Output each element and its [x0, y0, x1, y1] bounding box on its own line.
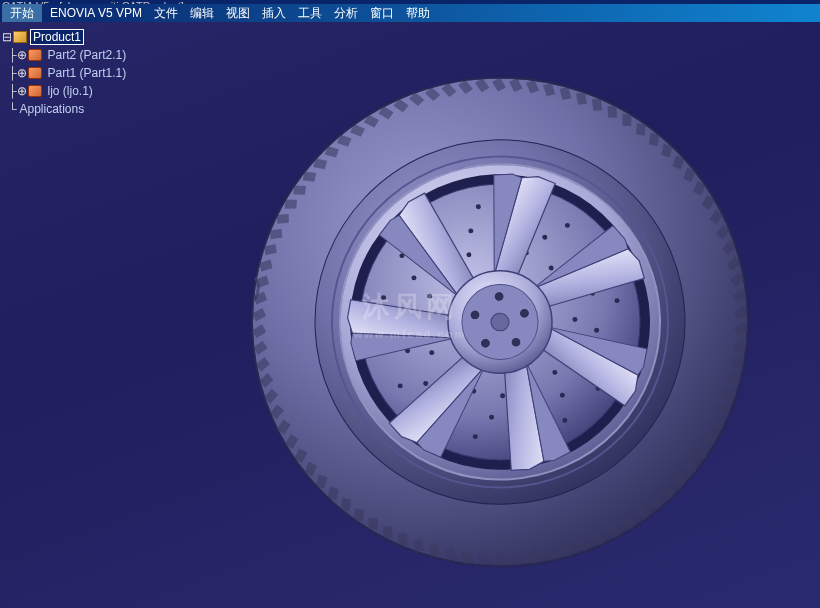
menu-view[interactable]: 视图 [220, 4, 256, 23]
tree-label: Part1 (Part1.1) [45, 65, 130, 81]
svg-point-57 [494, 291, 504, 301]
menu-help[interactable]: 帮助 [400, 4, 436, 23]
menu-start[interactable]: 开始 [2, 4, 42, 23]
tree-branch-icon: ├⊕ [8, 84, 27, 98]
tree-item-part1[interactable]: ├⊕ Part1 (Part1.1) [8, 64, 129, 82]
part-icon [27, 48, 43, 62]
menu-window[interactable]: 窗口 [364, 4, 400, 23]
tree-item-part2[interactable]: ├⊕ Part2 (Part2.1) [8, 46, 129, 64]
tree-end-icon: └ [8, 102, 17, 116]
svg-point-59 [511, 337, 521, 347]
menu-bar: 开始 ENOVIA V5 VPM 文件 编辑 视图 插入 工具 分析 窗口 帮助 [0, 4, 820, 22]
tree-branch-icon: ├⊕ [8, 48, 27, 62]
tree-root-label: Product1 [30, 29, 84, 45]
workspace: 沐风网 www.mfcad.com ⊟ Product1 ├⊕ Part2 (P… [0, 22, 820, 608]
product-icon [12, 30, 28, 44]
svg-point-58 [519, 308, 529, 318]
part-icon [27, 66, 43, 80]
tree-expand-icon[interactable]: ⊟ [2, 30, 12, 44]
tree-label: Part2 (Part2.1) [45, 47, 130, 63]
part-icon [27, 84, 43, 98]
tree-item-ljo[interactable]: ├⊕ ljo (ljo.1) [8, 82, 129, 100]
menu-insert[interactable]: 插入 [256, 4, 292, 23]
tree-label: Applications [17, 101, 88, 117]
svg-point-62 [491, 313, 510, 331]
tree-branch-icon: ├⊕ [8, 66, 27, 80]
menu-file[interactable]: 文件 [148, 4, 184, 23]
menu-analysis[interactable]: 分析 [328, 4, 364, 23]
svg-point-60 [480, 338, 490, 348]
menu-enovia[interactable]: ENOVIA V5 VPM [44, 5, 148, 21]
menu-edit[interactable]: 编辑 [184, 4, 220, 23]
svg-point-61 [470, 310, 480, 320]
menu-tools[interactable]: 工具 [292, 4, 328, 23]
tree-root[interactable]: ⊟ Product1 [2, 28, 129, 46]
tree-item-applications[interactable]: └ Applications [8, 100, 129, 118]
spec-tree[interactable]: ⊟ Product1 ├⊕ Part2 (Part2.1) ├⊕ Part1 (… [2, 28, 129, 118]
tree-label: ljo (ljo.1) [45, 83, 96, 99]
